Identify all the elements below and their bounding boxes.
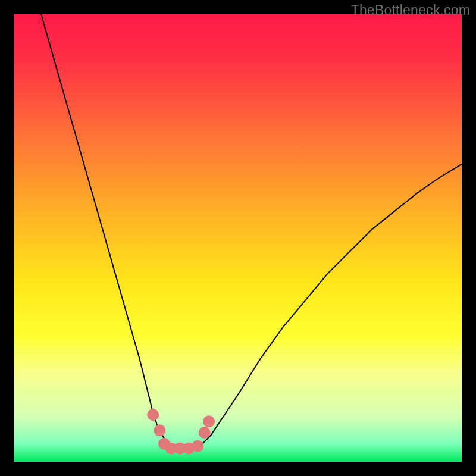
bottleneck-chart xyxy=(14,14,462,462)
highlight-dot xyxy=(147,409,159,421)
highlight-dot xyxy=(203,415,215,427)
chart-frame xyxy=(14,14,462,462)
highlight-dot xyxy=(192,440,203,452)
highlight-dot xyxy=(154,424,165,436)
watermark-text: TheBottleneck.com xyxy=(351,2,470,18)
highlight-dot xyxy=(199,427,211,439)
